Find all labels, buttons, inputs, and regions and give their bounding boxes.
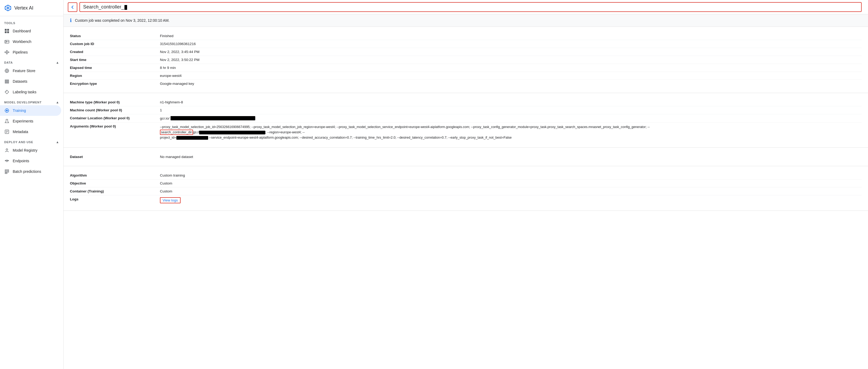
sidebar-item-feature-store[interactable]: Feature Store bbox=[0, 65, 61, 76]
logs-row: Logs View logs bbox=[70, 195, 862, 205]
svg-point-17 bbox=[6, 50, 7, 51]
svg-rect-44 bbox=[5, 170, 9, 171]
batch-predictions-label: Batch predictions bbox=[13, 169, 41, 174]
encryption-value: Google-managed key bbox=[160, 82, 862, 86]
sidebar-item-training[interactable]: Training bbox=[0, 105, 61, 116]
data-section-label: DATA bbox=[4, 61, 13, 64]
svg-point-1 bbox=[7, 7, 9, 9]
sidebar-item-batch-predictions[interactable]: Batch predictions bbox=[0, 166, 61, 177]
dataset-section: Dataset No managed dataset bbox=[64, 148, 868, 166]
workbench-icon bbox=[4, 39, 9, 44]
svg-rect-27 bbox=[5, 80, 9, 81]
header-bar: Search_controller_ bbox=[64, 0, 868, 14]
svg-rect-45 bbox=[5, 171, 9, 172]
sidebar-item-model-registry[interactable]: Model Registry bbox=[0, 145, 61, 155]
logs-label: Logs bbox=[70, 197, 160, 201]
arguments-label: Arguments (Worker pool 0) bbox=[70, 124, 160, 128]
elapsed-value: 8 hr 9 min bbox=[160, 66, 862, 70]
basic-details-section: Status Finished Custom job ID 3154159110… bbox=[64, 27, 868, 93]
content-area: ℹ Custom job was completed on Nov 3, 202… bbox=[64, 14, 868, 369]
machine-type-label: Machine type (Worker pool 0) bbox=[70, 100, 160, 104]
feature-store-icon bbox=[4, 68, 9, 74]
tools-section-label: TOOLS bbox=[0, 18, 63, 26]
experiments-icon bbox=[4, 118, 9, 124]
svg-line-4 bbox=[5, 7, 7, 7]
app-title: Vertex AI bbox=[14, 5, 33, 11]
sidebar-item-dashboard[interactable]: Dashboard bbox=[0, 26, 61, 36]
data-section-header[interactable]: DATA ▲ bbox=[0, 58, 63, 65]
metadata-icon bbox=[4, 129, 9, 134]
info-banner-text: Custom job was completed on Nov 3, 2022,… bbox=[75, 18, 169, 23]
arguments-value: --proxy_task_model_selection_job_id=2563… bbox=[160, 124, 862, 140]
app-logo: Vertex AI bbox=[0, 0, 63, 16]
view-logs-link[interactable]: View logs bbox=[160, 197, 181, 203]
sidebar-item-experiments[interactable]: Experiments bbox=[0, 116, 61, 126]
svg-point-16 bbox=[8, 52, 9, 53]
sidebar: Vertex AI TOOLS Dashboard Workbench bbox=[0, 0, 64, 369]
svg-line-5 bbox=[9, 8, 11, 9]
info-banner: ℹ Custom job was completed on Nov 3, 202… bbox=[64, 14, 868, 27]
machine-type-value: n1-highmem-8 bbox=[160, 100, 862, 104]
args-highlighted-term: search_controller_dir bbox=[160, 130, 193, 135]
args-line1: --proxy_task_model_selection_job_id=2563… bbox=[160, 125, 650, 129]
container-training-label: Container (Training) bbox=[70, 189, 160, 193]
sidebar-item-workbench[interactable]: Workbench bbox=[0, 36, 61, 47]
start-time-value: Nov 2, 2022, 3:50:22 PM bbox=[160, 58, 862, 62]
datasets-icon bbox=[4, 79, 9, 84]
objective-value: Custom bbox=[160, 181, 862, 185]
endpoints-icon bbox=[4, 158, 9, 164]
training-label: Training bbox=[13, 108, 26, 113]
args-line2-end: ; --region=europe-west4; -- bbox=[265, 131, 305, 134]
metadata-label: Metadata bbox=[13, 130, 28, 134]
machine-type-row: Machine type (Worker pool 0) n1-highmem-… bbox=[70, 98, 862, 106]
svg-rect-28 bbox=[5, 81, 9, 82]
back-button[interactable] bbox=[68, 2, 77, 12]
model-dev-chevron: ▲ bbox=[56, 101, 59, 104]
container-loc-row: Container Location (Worker pool 0) gcr.i… bbox=[70, 114, 862, 122]
svg-rect-11 bbox=[7, 31, 9, 33]
training-icon bbox=[4, 108, 9, 113]
dashboard-icon bbox=[4, 28, 9, 34]
model-dev-section-header[interactable]: MODEL DEVELOPMENT ▲ bbox=[0, 97, 63, 105]
labeling-icon bbox=[4, 89, 9, 95]
args-redacted-block bbox=[199, 131, 265, 134]
svg-line-6 bbox=[9, 7, 11, 7]
sidebar-item-metadata[interactable]: Metadata bbox=[0, 126, 61, 137]
svg-rect-10 bbox=[5, 31, 7, 33]
algorithm-value: Custom training bbox=[160, 173, 862, 177]
dataset-row: Dataset No managed dataset bbox=[70, 153, 862, 161]
machine-count-row: Machine count (Worker pool 0) 1 bbox=[70, 106, 862, 114]
logs-value: View logs bbox=[160, 197, 862, 203]
algorithm-row: Algorithm Custom training bbox=[70, 171, 862, 179]
model-dev-section-label: MODEL DEVELOPMENT bbox=[4, 101, 41, 104]
svg-line-7 bbox=[5, 8, 7, 9]
args-line3-mid: --service_endpoint=europe-west4-aiplatfo… bbox=[208, 136, 512, 139]
batch-predictions-icon bbox=[4, 169, 9, 174]
start-time-label: Start time bbox=[70, 58, 160, 62]
info-icon: ℹ bbox=[70, 18, 72, 23]
encryption-label: Encryption type bbox=[70, 82, 160, 86]
args-line3-start: project_id= bbox=[160, 136, 176, 139]
sidebar-item-endpoints[interactable]: Endpoints bbox=[0, 155, 61, 166]
dataset-label: Dataset bbox=[70, 155, 160, 159]
worker-pool-section: Machine type (Worker pool 0) n1-highmem-… bbox=[64, 93, 868, 148]
job-id-row: Custom job ID 315415911096361216 bbox=[70, 40, 862, 48]
endpoints-label: Endpoints bbox=[13, 159, 29, 163]
algorithm-label: Algorithm bbox=[70, 173, 160, 177]
container-training-value: Custom bbox=[160, 189, 862, 193]
experiments-label: Experiments bbox=[13, 119, 33, 123]
data-section-chevron: ▲ bbox=[56, 61, 59, 64]
args-line2-suffix: gs:// bbox=[193, 131, 199, 134]
start-time-row: Start time Nov 2, 2022, 3:50:22 PM bbox=[70, 56, 862, 64]
machine-count-label: Machine count (Worker pool 0) bbox=[70, 108, 160, 112]
container-loc-value: gcr.io/ bbox=[160, 116, 255, 120]
pipelines-icon bbox=[4, 50, 9, 55]
svg-rect-9 bbox=[7, 29, 9, 31]
feature-store-label: Feature Store bbox=[13, 69, 35, 73]
machine-count-value: 1 bbox=[160, 108, 862, 112]
sidebar-item-datasets[interactable]: Datasets bbox=[0, 76, 61, 87]
sidebar-item-pipelines[interactable]: Pipelines bbox=[0, 47, 61, 58]
deploy-section-header[interactable]: DEPLOY AND USE ▲ bbox=[0, 137, 63, 145]
sidebar-item-labeling[interactable]: Labeling tasks bbox=[0, 87, 61, 97]
encryption-row: Encryption type Google-managed key bbox=[70, 80, 862, 87]
